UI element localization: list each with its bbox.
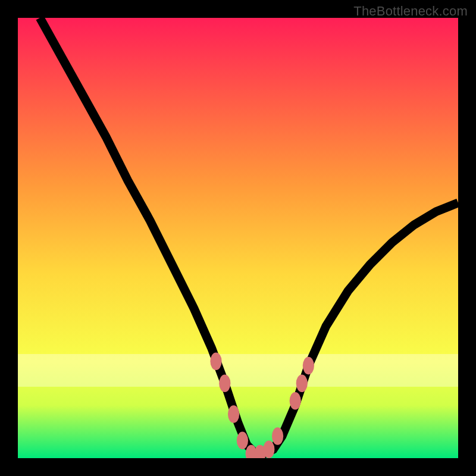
bottleneck-curve xyxy=(40,18,458,454)
plot-area xyxy=(18,18,458,458)
curve-marker xyxy=(303,357,314,375)
watermark-text: TheBottleneck.com xyxy=(353,4,468,19)
curve-marker xyxy=(219,374,230,392)
curve-marker xyxy=(263,440,274,458)
curve-marker xyxy=(296,374,308,392)
marker-group xyxy=(210,352,314,458)
curve-marker xyxy=(228,405,239,423)
curve-marker xyxy=(210,352,221,370)
curve-marker xyxy=(290,392,301,410)
chart-frame: TheBottleneck.com xyxy=(0,0,476,476)
curve-marker xyxy=(237,432,248,450)
curve-marker xyxy=(272,427,283,445)
chart-overlay xyxy=(18,18,458,458)
